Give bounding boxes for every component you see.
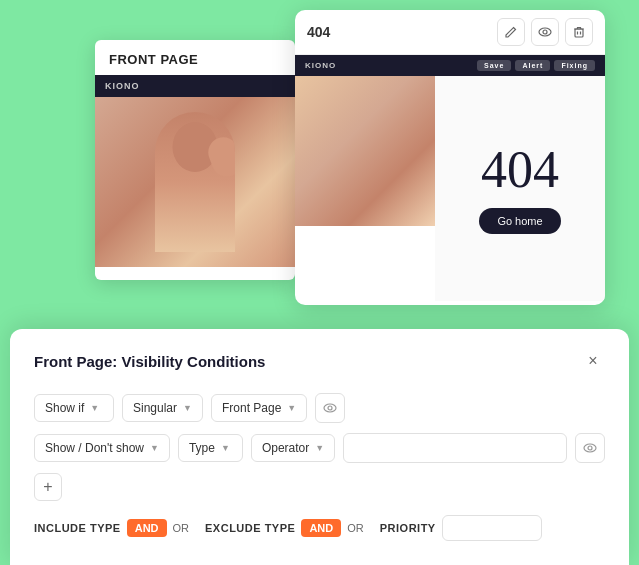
front-page-image <box>95 97 295 267</box>
card-404-photo <box>295 76 435 226</box>
front-page-card: FRONT PAGE KIONO <box>95 40 295 280</box>
include-type-label: INCLUDE TYPE <box>34 522 121 534</box>
eye-icon <box>323 403 337 413</box>
svg-point-3 <box>324 404 336 412</box>
eye-icon <box>538 27 552 37</box>
bottom-bar: INCLUDE TYPE AND OR EXCLUDE TYPE AND OR … <box>34 515 605 541</box>
exclude-or-button[interactable]: OR <box>347 522 364 534</box>
card-404-nav-label: KIONO <box>305 61 336 70</box>
error-404-text: 404 <box>481 144 559 196</box>
singular-select[interactable]: Singular ▼ <box>122 394 203 422</box>
exclude-type-label: EXCLUDE TYPE <box>205 522 295 534</box>
priority-label: PRIORITY <box>380 522 436 534</box>
exclude-type-group: EXCLUDE TYPE AND OR <box>205 519 364 537</box>
priority-group: PRIORITY <box>380 515 542 541</box>
show-if-select[interactable]: Show if ▼ <box>34 394 114 422</box>
svg-point-5 <box>584 444 596 452</box>
eye-icon <box>583 443 597 453</box>
front-page-person <box>155 112 235 252</box>
svg-point-0 <box>539 28 551 36</box>
type-label: Type <box>189 441 215 455</box>
exclude-and-button[interactable]: AND <box>301 519 341 537</box>
front-page-select[interactable]: Front Page ▼ <box>211 394 307 422</box>
card-404-nav-buttons: Save Alert Fixing <box>477 60 595 71</box>
edit-button[interactable] <box>497 18 525 46</box>
svg-point-6 <box>588 446 592 450</box>
delete-button[interactable] <box>565 18 593 46</box>
svg-point-1 <box>543 30 547 34</box>
trash-icon <box>574 26 584 38</box>
nav-fixing: Fixing <box>554 60 595 71</box>
go-home-button[interactable]: Go home <box>479 208 560 234</box>
type-select[interactable]: Type ▼ <box>178 434 243 462</box>
card-404-header: 404 <box>295 10 605 55</box>
view-button[interactable] <box>531 18 559 46</box>
nav-alert: Alert <box>515 60 550 71</box>
condition-row-2: Show / Don't show ▼ Type ▼ Operator ▼ <box>34 433 605 463</box>
card-404-actions <box>497 18 593 46</box>
add-condition-button[interactable]: + <box>34 473 62 501</box>
front-page-label: Front Page <box>222 401 281 415</box>
modal-close-button[interactable]: × <box>581 349 605 373</box>
svg-point-4 <box>328 406 332 410</box>
edit-icon <box>505 26 517 38</box>
row2-eye-button[interactable] <box>575 433 605 463</box>
include-or-button[interactable]: OR <box>173 522 190 534</box>
singular-label: Singular <box>133 401 177 415</box>
svg-rect-2 <box>575 29 583 37</box>
row1-eye-button[interactable] <box>315 393 345 423</box>
chevron-icon: ▼ <box>183 403 192 413</box>
include-type-group: INCLUDE TYPE AND OR <box>34 519 189 537</box>
condition-value-input[interactable] <box>343 433 567 463</box>
priority-input[interactable] <box>442 515 542 541</box>
card-404-content: 404 Go home <box>435 76 605 301</box>
front-page-nav: KIONO <box>95 75 295 97</box>
operator-select[interactable]: Operator ▼ <box>251 434 335 462</box>
modal-header: Front Page: Visibility Conditions × <box>34 349 605 373</box>
chevron-icon: ▼ <box>315 443 324 453</box>
show-dont-show-select[interactable]: Show / Don't show ▼ <box>34 434 170 462</box>
chevron-icon: ▼ <box>287 403 296 413</box>
operator-label: Operator <box>262 441 309 455</box>
include-and-button[interactable]: AND <box>127 519 167 537</box>
modal-title: Front Page: Visibility Conditions <box>34 353 265 370</box>
card-404-body: 404 Go home <box>295 76 605 301</box>
card-404-title: 404 <box>307 24 330 40</box>
card-404: 404 KIONO <box>295 10 605 305</box>
show-if-label: Show if <box>45 401 84 415</box>
chevron-icon: ▼ <box>221 443 230 453</box>
chevron-icon: ▼ <box>150 443 159 453</box>
chevron-icon: ▼ <box>90 403 99 413</box>
show-dont-label: Show / Don't show <box>45 441 144 455</box>
nav-save: Save <box>477 60 511 71</box>
condition-row-1: Show if ▼ Singular ▼ Front Page ▼ <box>34 393 605 423</box>
visibility-conditions-modal: Front Page: Visibility Conditions × Show… <box>10 329 629 565</box>
front-page-card-title: FRONT PAGE <box>95 40 295 75</box>
card-404-nav: KIONO Save Alert Fixing <box>295 55 605 76</box>
